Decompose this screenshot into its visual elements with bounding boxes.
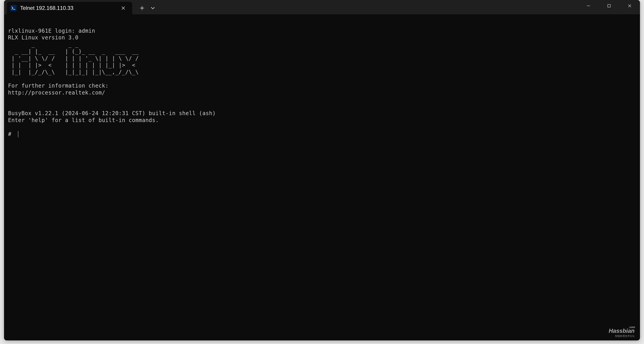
terminal-content[interactable]: rlxlinux-961E login: admin RLX Linux ver… bbox=[4, 14, 640, 144]
watermark-suffix: .com bbox=[629, 326, 635, 329]
tab-close-button[interactable] bbox=[120, 4, 127, 12]
minimize-button[interactable] bbox=[578, 0, 599, 12]
svg-rect-6 bbox=[608, 4, 610, 7]
tab-title: Telnet 192.168.110.33 bbox=[20, 5, 106, 11]
login-line: rlxlinux-961E login: admin bbox=[8, 28, 95, 34]
titlebar: Telnet 192.168.110.33 bbox=[4, 0, 640, 14]
info-line-1: For further information check: bbox=[8, 83, 108, 89]
tab-telnet[interactable]: Telnet 192.168.110.33 bbox=[7, 2, 132, 14]
new-tab-button[interactable] bbox=[137, 3, 148, 13]
version-line: RLX Linux version 3.0 bbox=[8, 34, 78, 41]
cursor-icon bbox=[18, 131, 18, 137]
powershell-icon bbox=[10, 5, 16, 11]
prompt-symbol: # bbox=[8, 131, 15, 138]
info-line-2: http://processor.realtek.com/ bbox=[8, 90, 105, 96]
maximize-button[interactable] bbox=[599, 0, 619, 12]
watermark-subtitle: 智能家居技术论坛 bbox=[608, 334, 634, 338]
help-line: Enter 'help' for a list of built-in comm… bbox=[8, 117, 159, 123]
watermark: Hassbian .com 智能家居技术论坛 bbox=[608, 328, 634, 338]
tab-area: Telnet 192.168.110.33 bbox=[4, 0, 158, 14]
watermark-main: Hassbian .com bbox=[608, 328, 634, 334]
dropdown-button[interactable] bbox=[148, 3, 158, 13]
terminal-window: Telnet 192.168.110.33 bbox=[4, 0, 640, 341]
close-window-button[interactable] bbox=[619, 0, 640, 12]
ascii-art: _ _ _ _ __| |_ __ | (_)_ __ _ ___ __ | '… bbox=[8, 41, 139, 75]
window-controls bbox=[578, 0, 640, 12]
prompt-line: # bbox=[8, 131, 636, 138]
busybox-line: BusyBox v1.22.1 (2024-06-24 12:20:31 CST… bbox=[8, 110, 216, 116]
